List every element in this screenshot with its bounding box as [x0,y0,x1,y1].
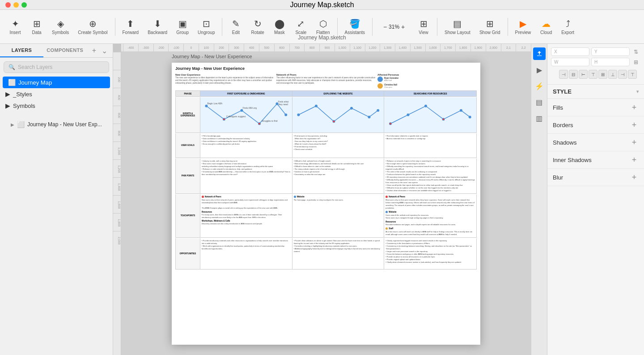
export-button[interactable]: ⤴ Export [558,17,578,37]
ruler-v-mark: 1,600 [113,195,121,213]
ungroup-button[interactable]: ⊡ Ungroup [194,17,218,37]
distribute-v-btn[interactable]: ⊤ [628,70,637,79]
svg-point-14 [297,113,300,116]
svg-point-0 [205,104,208,107]
phase1-header: FIRST EXPOSURE & ONBOARDING [200,91,292,96]
data-button[interactable]: ⊞ Data [27,17,47,37]
panel-layers2-btn[interactable]: ▥ [533,112,546,124]
ungroup-icon: ⊡ [203,18,210,29]
panel-play-btn[interactable]: ▶ [533,64,546,76]
forward-button[interactable]: ⬆ Forward [119,17,143,37]
panel-icons: ▶ ⚡ ▤ ▥ [531,44,547,355]
forward-icon: ⬆ [127,18,134,29]
align-top-btn[interactable]: ⊤ [589,70,597,79]
opportunities-text-2: • Provide clear indicators on where to g… [294,240,383,253]
align-left-btn[interactable]: ⊣ [559,70,568,79]
blur-add-btn[interactable]: + [630,173,639,182]
panel-layers-btn[interactable]: ▤ [533,96,546,108]
ruler-mark: -100 [168,44,183,52]
tab-layers[interactable]: LAYERS [0,44,43,57]
svg-text:Begin Low ABA: Begin Low ABA [207,102,223,104]
align-right-btn[interactable]: ⊢ [579,70,588,79]
pos-link-btn[interactable]: ⇅ [631,47,640,56]
pos-h-field[interactable]: H [591,58,630,66]
blur-section: Blur + [547,169,644,186]
toolbar: ✦ Insert ⊞ Data ◈ Symbols ⊕ Create Symbo… [0,10,644,44]
constraint-btn[interactable]: ⊞ [631,58,640,66]
create-symbol-button[interactable]: ⊕ Create Symbol [74,17,111,37]
edit-button[interactable]: ✎ Edit [226,17,246,37]
layer-symbols-label: Symbols [13,103,35,109]
style-collapse-btn[interactable]: ▾ [636,89,639,94]
pos-x-field[interactable]: X [551,47,589,56]
show-layout-button[interactable]: ▤ Show Layout [441,17,474,37]
backward-button[interactable]: ⬇ Backward [144,17,171,37]
collapse-sidebar-button[interactable]: ⌄ [100,45,109,57]
align-middle-v-btn[interactable]: ⊞ [598,70,607,79]
zoom-controls[interactable]: − 31% + [376,21,412,32]
panel-upload-btn[interactable] [533,47,546,60]
opportunities-cell-2: • Provide clear indicators on where to g… [292,238,385,269]
jm-network: Network of Peers The other influencing f… [276,73,376,89]
preview-button[interactable]: ▶ Preview [512,17,535,37]
flatten-button[interactable]: ⬡ Flatten [313,17,334,37]
add-layer-button[interactable]: + [90,45,98,56]
pos-w-field[interactable]: W [551,58,589,66]
opportunities-label: OPPORTUNITIES [176,238,200,269]
mask-button[interactable]: ⬤ Mask [270,17,289,37]
layer-styles-label: _Styles [13,91,32,98]
ruler-mark: 1,900 [470,44,486,52]
ruler-left: 200 400 600 800 1,000 1,200 1,400 1,600 … [113,52,121,355]
show-grid-button[interactable]: ⊞ Show Grid [476,17,504,37]
symbols-button[interactable]: ◈ Symbols [48,17,72,37]
view-button[interactable]: ⊞ View [414,17,433,37]
align-bottom-btn[interactable]: ⊥ [608,70,617,79]
shadows-add-btn[interactable]: + [630,138,639,147]
tab-components[interactable]: COMPONENTS [43,44,87,57]
layers-list: ⬜ Journey Map ▶ _Styles ▶ Symbols ▶ ⬜ Jo… [0,77,113,355]
scale-button[interactable]: ⤢ Scale [291,17,311,37]
pos-y-field[interactable]: Y [591,47,630,56]
assistants-button[interactable]: 🪣 Assistants [341,17,369,37]
layer-item-styles[interactable]: ▶ _Styles [0,88,113,100]
layer-expanded-item[interactable]: ▶ ⬜ Journey Map - New User Exp... [0,119,113,130]
opportunities-text-3: • Clearly organized and tagged resources… [386,240,475,264]
distribute-h-btn[interactable]: ⊣ [618,70,627,79]
borders-add-btn[interactable]: + [630,120,639,129]
ruler-mark: 1,200 [365,44,380,52]
layer-search[interactable]: 🔍 Search Layers [4,61,109,73]
canvas-area[interactable]: -400 -300 -200 -100 0 100 200 300 400 50… [113,44,531,355]
panel-content: X Y ⇅ W H [547,44,644,355]
canvas-content[interactable]: Journey Map - New User Experience Journe… [121,52,531,355]
panel-lightning-btn[interactable]: ⚡ [533,80,546,92]
group-layer-icon: ▶ [5,90,10,98]
svg-text:Finds what: Finds what [278,100,288,103]
cloud-button[interactable]: ☁ Cloud [536,17,556,37]
insert-button[interactable]: ✦ Insert [5,17,25,37]
svg-point-15 [315,104,318,107]
goals-text-3: • Find information related to a specific… [386,135,475,140]
fills-add-btn[interactable]: + [630,103,639,112]
artboard[interactable]: Journey Map - New User Experience New Us… [172,63,480,345]
fullscreen-button[interactable] [21,2,27,8]
jm-pain-row: PAIN POINTS • Industry is wide, with a s… [175,158,477,194]
svg-point-27 [390,123,391,124]
layer-item-journey-map[interactable]: ⬜ Journey Map [3,77,110,88]
ruler-mark: 1,300 [380,44,395,52]
zoom-plus[interactable]: + [401,23,405,30]
ruler-mark: 1,400 [395,44,410,52]
inner-shadows-add-btn[interactable]: + [630,155,639,164]
zoom-minus[interactable]: − [383,23,387,30]
svg-text:Finds ABA.org: Finds ABA.org [242,107,257,109]
group-button[interactable]: ▣ Group [173,17,192,37]
minimize-button[interactable] [13,2,19,8]
goals-cell-1: • Fill in knowledge gaps• Gain confidenc… [200,133,292,158]
align-center-h-btn[interactable]: ⊟ [569,70,578,79]
layer-item-symbols[interactable]: ▶ Symbols [0,100,113,111]
jm-network-text: The other influencing factor in new user… [276,77,376,85]
rotate-button[interactable]: ↻ Rotate [247,17,267,37]
ruler-mark: 1,800 [455,44,470,52]
touchpoints-icon-3a: Network of Peers [386,196,475,198]
pain-cell-3: • Reliance on network of peers to first … [384,158,476,193]
close-button[interactable] [5,2,11,8]
